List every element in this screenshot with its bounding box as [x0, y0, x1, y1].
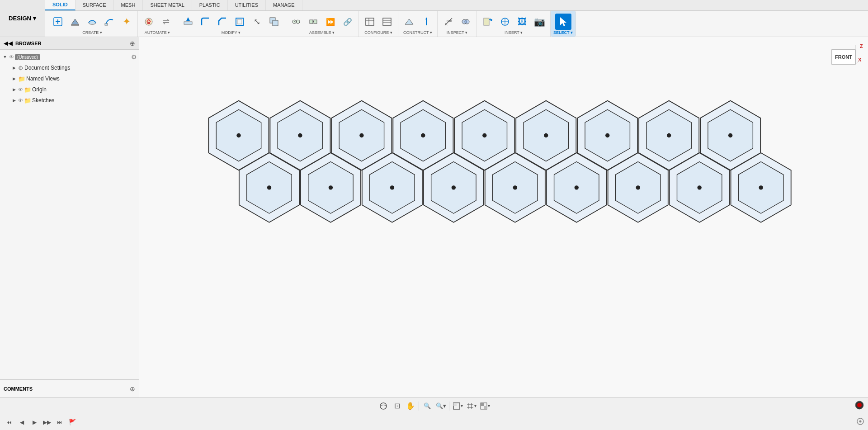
combine-button[interactable]: [266, 14, 282, 30]
tab-manage[interactable]: MANAGE: [266, 0, 302, 10]
shell-button[interactable]: [231, 14, 248, 30]
prev-button[interactable]: ◀: [16, 417, 27, 428]
pan-button[interactable]: ✋: [404, 400, 417, 412]
svg-point-92: [698, 185, 702, 189]
select-button[interactable]: [555, 14, 571, 30]
new-component-button[interactable]: [50, 14, 66, 30]
tree-item-origin[interactable]: ▶ 👁 📁 Origin: [0, 84, 139, 95]
chamfer-button[interactable]: [214, 14, 231, 30]
browser-title: BROWSER: [15, 41, 127, 46]
bottom-toolbar: ⊡ ✋ 🔍 🔍▾ ▾ ▾ ▾: [0, 397, 868, 414]
record-button[interactable]: [854, 400, 864, 411]
named-views-arrow[interactable]: ▶: [11, 76, 17, 82]
tree-item-root[interactable]: ▼ 👁 (Unsaved) ⚙: [0, 52, 139, 62]
insert1-button[interactable]: [480, 14, 496, 30]
tab-solid[interactable]: SOLID: [45, 0, 75, 10]
measure-button[interactable]: mm: [440, 14, 457, 30]
svg-text:mm: mm: [447, 19, 452, 22]
doc-settings-arrow[interactable]: ▶: [11, 65, 17, 71]
automate-button[interactable]: [141, 14, 157, 30]
tab-plastic[interactable]: PLASTIC: [192, 0, 228, 10]
construct-icons: [401, 12, 434, 30]
tree-item-sketches[interactable]: ▶ 👁 📁 Sketches: [0, 95, 139, 106]
tab-sheet-metal[interactable]: SHEET METAL: [143, 0, 192, 10]
browser-options-button[interactable]: ⊕: [130, 40, 135, 47]
orbit-button[interactable]: [377, 400, 390, 412]
panel-collapse-button[interactable]: ◀◀: [4, 40, 13, 47]
origin-arrow[interactable]: ▶: [11, 86, 17, 93]
sweep-button[interactable]: [101, 14, 118, 30]
press-pull-button[interactable]: [180, 14, 196, 30]
doc-settings-gear-icon: ⚙: [18, 65, 24, 71]
interference-button[interactable]: [458, 14, 474, 30]
doc-settings-label: Document Settings: [24, 65, 70, 71]
automate-label[interactable]: AUTOMATE ▾: [145, 30, 170, 36]
select-label[interactable]: SELECT ▾: [553, 30, 573, 36]
svg-point-77: [390, 185, 394, 189]
create-group: ✦ CREATE ▾: [47, 11, 138, 37]
plane-button[interactable]: [401, 14, 417, 30]
design-button[interactable]: DESIGN ▾: [0, 0, 45, 37]
insert3-button[interactable]: 🖼: [514, 14, 530, 30]
insert4-button[interactable]: 📷: [531, 14, 547, 30]
revolve-button[interactable]: [84, 14, 100, 30]
zoom-options-button[interactable]: 🔍▾: [434, 400, 447, 412]
fillet-button[interactable]: [197, 14, 213, 30]
svg-point-47: [298, 133, 302, 137]
insert2-button[interactable]: [497, 14, 513, 30]
extrude-button[interactable]: [67, 14, 83, 30]
configure-label[interactable]: CONFIGURE ▾: [364, 30, 392, 36]
sketches-visibility-icon[interactable]: 👁: [18, 98, 23, 103]
orientation-cube[interactable]: Z X FRONT: [827, 42, 863, 78]
tab-utilities[interactable]: UTILITIES: [228, 0, 266, 10]
timeline-settings-button[interactable]: [856, 417, 864, 427]
marker-button[interactable]: 🚩: [67, 417, 78, 428]
svg-rect-19: [314, 20, 317, 24]
tab-surface[interactable]: SURFACE: [75, 0, 114, 10]
joint-button[interactable]: [288, 14, 304, 30]
display-options-button[interactable]: ▾: [451, 400, 464, 412]
modify-label[interactable]: MODIFY ▾: [222, 30, 241, 36]
rigid-button[interactable]: [305, 14, 321, 30]
zoom-fit-button[interactable]: 🔍: [421, 400, 434, 412]
motion-link-button[interactable]: 🔗: [340, 14, 356, 30]
loft-button[interactable]: ✦: [118, 14, 135, 30]
inspect-label[interactable]: INSPECT ▾: [447, 30, 467, 36]
modify-group: ⤡ MODIFY ▾: [177, 11, 285, 37]
svg-rect-9: [184, 22, 192, 24]
table-button[interactable]: [379, 14, 395, 30]
x-axis-label: X: [858, 57, 862, 62]
next-button[interactable]: ▶▶: [42, 417, 52, 428]
construct-label[interactable]: CONSTRUCT ▾: [403, 30, 432, 36]
svg-point-53: [421, 133, 425, 137]
automate2-button[interactable]: ⇌: [158, 14, 174, 30]
root-collapse-arrow[interactable]: ▼: [2, 54, 8, 60]
create-label[interactable]: CREATE ▾: [82, 30, 102, 36]
root-visibility-icon[interactable]: 👁: [9, 54, 14, 60]
canvas-area[interactable]: .hex-outer { fill: #e8f0f8; stroke: #333…: [139, 37, 868, 397]
drive-button[interactable]: ⏩: [322, 14, 339, 30]
tree-item-named-views[interactable]: ▶ 📁 Named Views: [0, 73, 139, 84]
axis-button[interactable]: [418, 14, 434, 30]
main-canvas[interactable]: .hex-outer { fill: #e8f0f8; stroke: #333…: [139, 37, 868, 397]
tab-mesh[interactable]: MESH: [114, 0, 143, 10]
parameters-button[interactable]: [362, 14, 378, 30]
insert-label[interactable]: INSERT ▾: [505, 30, 523, 36]
comments-add-button[interactable]: ⊕: [130, 385, 135, 392]
grid-options-button[interactable]: ▾: [465, 400, 477, 412]
tree-item-doc-settings[interactable]: ▶ ⚙ Document Settings: [0, 62, 139, 73]
look-at-button[interactable]: ⊡: [391, 400, 403, 412]
skip-forward-button[interactable]: ⏭: [54, 417, 65, 428]
skip-back-button[interactable]: ⏮: [4, 417, 14, 428]
origin-visibility-icon[interactable]: 👁: [18, 87, 23, 92]
sketches-arrow[interactable]: ▶: [11, 97, 17, 104]
browser-header: ◀◀ BROWSER ⊕: [0, 37, 139, 50]
root-settings-icon[interactable]: ⚙: [131, 53, 137, 61]
main-toolbar: DESIGN ▾ SOLID SURFACE MESH SHEET METAL …: [0, 0, 868, 37]
assemble-label[interactable]: ASSEMBLE ▾: [309, 30, 335, 36]
appearance-options-button[interactable]: ▾: [478, 400, 491, 412]
insert-icons: 🖼 📷: [480, 12, 547, 30]
inspect-group: mm INSPECT ▾: [438, 11, 477, 37]
scale-button[interactable]: ⤡: [249, 14, 265, 30]
play-button[interactable]: ▶: [29, 417, 40, 428]
